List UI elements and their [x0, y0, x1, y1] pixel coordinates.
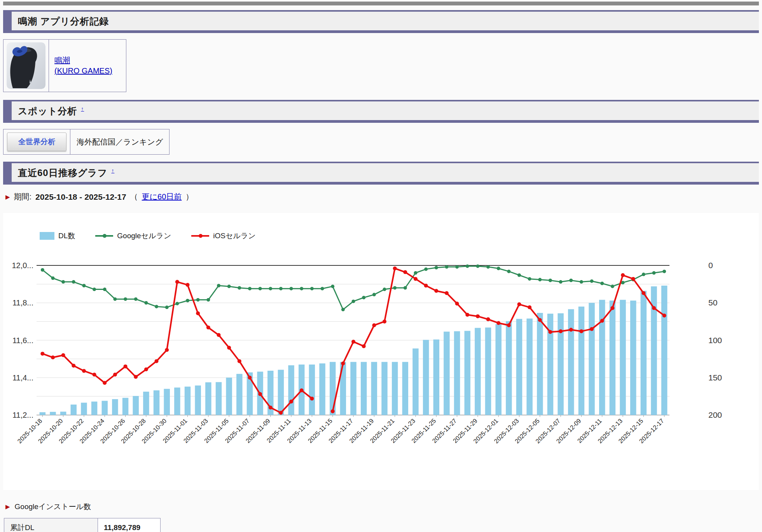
data-point	[61, 280, 65, 284]
dl-bar	[454, 331, 460, 415]
data-point	[41, 268, 44, 272]
data-point	[269, 287, 272, 290]
data-point	[445, 291, 449, 295]
data-point	[549, 279, 552, 282]
data-point	[103, 381, 107, 385]
data-point	[259, 287, 262, 290]
graph-top-link[interactable]: ↑	[111, 167, 114, 174]
x-axis-labels: 2025-10-182025-10-202025-10-222025-10-24…	[16, 415, 665, 445]
data-point	[351, 340, 355, 344]
data-point	[61, 353, 65, 357]
data-point	[300, 388, 304, 392]
data-point	[662, 314, 666, 317]
dl-bar	[350, 362, 356, 415]
data-point	[144, 301, 148, 305]
dl-bar	[423, 340, 429, 415]
data-point	[476, 314, 480, 318]
tab-overseas[interactable]: 海外配信国／ランキング	[70, 129, 169, 154]
data-point	[393, 267, 397, 270]
dl-bar	[133, 396, 138, 415]
dl-bar	[81, 403, 87, 415]
data-point	[507, 270, 510, 273]
data-point	[559, 329, 563, 333]
data-point	[497, 267, 500, 270]
data-point	[238, 286, 241, 290]
dl-bar	[185, 387, 190, 415]
data-point	[424, 284, 428, 288]
data-point	[155, 359, 159, 363]
svg-text:50: 50	[708, 298, 717, 307]
trend-chart: 12,0...11,8...11,6...11,4...11,2...05010…	[6, 248, 749, 487]
install-heading-label: Googleインストール数	[15, 502, 91, 512]
dl-bar	[154, 390, 159, 415]
dl-bar	[195, 385, 201, 415]
spot-top-link[interactable]: ↑	[81, 106, 84, 112]
dl-bar	[402, 362, 408, 415]
data-point	[641, 291, 645, 295]
data-point	[134, 297, 138, 301]
data-point	[621, 273, 625, 277]
svg-text:100: 100	[708, 336, 722, 345]
tab-worldwide-button[interactable]: 全世界分析	[7, 133, 66, 151]
page: 鳴潮 アプリ分析記録 鳴潮 (KURO GAMES)	[0, 0, 762, 532]
stat-value: 11,892,789	[98, 518, 161, 532]
svg-text:11,4...: 11,4...	[12, 373, 33, 382]
data-point	[310, 287, 314, 290]
data-point	[175, 280, 179, 284]
dl-bar	[309, 365, 315, 415]
data-point	[403, 270, 407, 274]
dl-bar	[361, 362, 367, 415]
dl-bar	[516, 319, 522, 415]
app-icon-link[interactable]	[3, 40, 49, 92]
data-point	[331, 409, 335, 413]
svg-text:11,2...: 11,2...	[12, 411, 33, 419]
app-name-link[interactable]: 鳴潮	[54, 55, 121, 66]
dl-bar	[278, 370, 284, 415]
data-point	[662, 270, 666, 273]
data-point	[569, 328, 573, 332]
dl-bar	[60, 412, 66, 415]
dl-bar	[174, 387, 180, 415]
data-point	[206, 298, 210, 302]
data-point	[238, 359, 241, 363]
data-point	[134, 375, 138, 379]
legend-ios: iOSセルラン	[191, 231, 255, 241]
dl-bar	[444, 331, 449, 415]
svg-text:12,0...: 12,0...	[12, 261, 33, 270]
header-accent-block	[3, 100, 12, 123]
data-point	[124, 365, 128, 368]
spot-section-bar: スポット分析↑	[12, 100, 759, 123]
data-point	[476, 264, 479, 268]
data-point	[465, 313, 469, 317]
data-point	[51, 276, 54, 280]
data-point	[186, 299, 189, 302]
data-point	[206, 326, 210, 330]
page-title: 鳴潮 アプリ分析記録	[12, 10, 759, 33]
data-point	[258, 392, 262, 396]
data-point	[93, 288, 96, 291]
paren-open: （	[130, 192, 138, 202]
data-point	[600, 319, 604, 323]
data-point	[40, 352, 44, 356]
more-60days-link[interactable]: 更に60日前	[142, 192, 182, 202]
data-point	[548, 330, 552, 334]
app-developer-link[interactable]: (KURO GAMES)	[54, 66, 121, 76]
data-point	[590, 279, 594, 283]
data-point	[290, 287, 293, 290]
data-point	[352, 300, 355, 303]
data-point	[372, 323, 376, 327]
triangle-bullet-icon: ▶	[5, 194, 10, 201]
data-point	[82, 369, 86, 373]
stat-label: 累計DL	[4, 518, 98, 532]
data-point	[486, 317, 490, 321]
svg-text:0: 0	[708, 261, 713, 270]
data-point	[289, 399, 293, 403]
data-point	[517, 274, 521, 277]
dl-bar	[236, 374, 242, 415]
app-icon[interactable]	[7, 42, 45, 89]
data-point	[652, 306, 656, 310]
data-point	[103, 288, 107, 291]
legend-ios-label: iOSセルラン	[213, 231, 255, 241]
dl-bar	[464, 331, 470, 415]
data-point	[300, 287, 303, 290]
